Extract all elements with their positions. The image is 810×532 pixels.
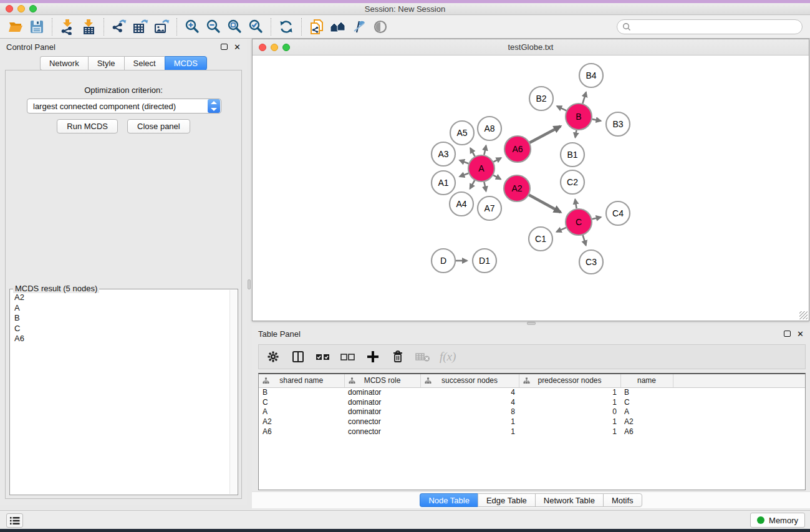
close-panel-icon[interactable]: ✕ <box>234 43 241 51</box>
column-header-successor-nodes[interactable]: successor nodes <box>420 374 519 387</box>
search-input[interactable] <box>634 22 797 31</box>
float-table-panel-icon[interactable] <box>784 331 791 337</box>
optimization-criterion-select[interactable]: largest connected component (directed) <box>27 99 221 114</box>
refresh-icon[interactable] <box>276 17 297 36</box>
column-header-predecessor-nodes[interactable]: predecessor nodes <box>519 374 620 387</box>
graph-node-A6[interactable]: A6 <box>504 136 531 162</box>
export-image-icon[interactable] <box>151 17 172 36</box>
graph-node-A7[interactable]: A7 <box>478 196 501 220</box>
zoom-selected-icon[interactable] <box>245 17 266 36</box>
tab-network[interactable]: Network <box>40 56 88 70</box>
graph-edge[interactable] <box>470 180 475 188</box>
select-all-icon[interactable] <box>314 347 332 366</box>
duplicate-network-icon[interactable] <box>306 17 327 36</box>
close-panel-button[interactable]: Close panel <box>127 119 190 133</box>
graph-edge[interactable] <box>484 145 486 155</box>
graph-node-A5[interactable]: A5 <box>450 121 474 145</box>
tab-network-table[interactable]: Network Table <box>535 493 603 507</box>
graph-node-A3[interactable]: A3 <box>432 142 455 166</box>
graph-node-D[interactable]: D <box>432 249 455 273</box>
graph-node-A8[interactable]: A8 <box>478 117 501 140</box>
graph-node-A[interactable]: A <box>468 155 494 181</box>
graph-edge[interactable] <box>460 160 468 163</box>
result-item[interactable]: A <box>10 303 229 314</box>
graph-node-A1[interactable]: A1 <box>432 171 455 195</box>
graph-node-C3[interactable]: C3 <box>579 250 603 274</box>
float-panel-icon[interactable] <box>221 44 228 50</box>
window-resize-grip[interactable] <box>799 311 808 319</box>
graph-edge[interactable] <box>470 148 475 157</box>
add-column-icon[interactable] <box>364 347 382 366</box>
graph-edge[interactable] <box>582 92 586 104</box>
graph-node-B3[interactable]: B3 <box>606 112 630 136</box>
graph-edge[interactable] <box>460 173 468 177</box>
import-network-icon[interactable] <box>57 17 78 36</box>
graph-edge[interactable] <box>592 119 601 121</box>
graph-node-B[interactable]: B <box>566 104 592 130</box>
delete-table-icon[interactable] <box>413 347 432 366</box>
graph-node-C4[interactable]: C4 <box>606 201 630 225</box>
zoom-in-icon[interactable] <box>181 17 203 36</box>
import-table-icon[interactable] <box>78 17 99 36</box>
show-columns-icon[interactable] <box>289 347 307 366</box>
save-session-icon[interactable] <box>26 17 47 36</box>
graph-node-C2[interactable]: C2 <box>561 170 584 194</box>
result-item[interactable]: B <box>10 313 229 324</box>
result-item[interactable]: C <box>10 324 229 334</box>
tab-mcds[interactable]: MCDS <box>165 56 207 70</box>
result-item[interactable]: A2 <box>10 293 229 303</box>
graph-edge[interactable] <box>592 217 600 219</box>
export-network-icon[interactable] <box>108 17 130 36</box>
graph-edge[interactable] <box>529 195 561 213</box>
graph-node-A4[interactable]: A4 <box>450 192 473 216</box>
graph-edge[interactable] <box>576 130 577 138</box>
zoom-out-icon[interactable] <box>203 17 224 36</box>
task-history-button[interactable] <box>6 513 23 528</box>
graph-node-B2[interactable]: B2 <box>529 87 553 110</box>
graph-edge[interactable] <box>557 228 566 232</box>
memory-button[interactable]: Memory <box>750 513 805 528</box>
result-item[interactable]: A6 <box>10 334 229 344</box>
column-header-mcds-role[interactable]: MCDS role <box>344 374 420 387</box>
horizontal-splitter-handle[interactable] <box>527 322 536 325</box>
tab-edge-table[interactable]: Edge Table <box>478 493 535 507</box>
graph-edge[interactable] <box>484 182 486 191</box>
search-field[interactable] <box>617 19 803 34</box>
function-builder-icon[interactable]: f(x) <box>440 350 456 364</box>
result-scrollbar[interactable] <box>229 290 237 494</box>
table-settings-icon[interactable] <box>264 347 282 366</box>
column-header-shared-name[interactable]: shared name <box>259 374 344 387</box>
graph-node-A2[interactable]: A2 <box>504 175 530 201</box>
graph-node-D1[interactable]: D1 <box>473 249 496 273</box>
graph-node-B1[interactable]: B1 <box>561 143 584 167</box>
column-header-name[interactable]: name <box>620 374 673 387</box>
graph-node-C1[interactable]: C1 <box>529 227 552 251</box>
table-row[interactable]: A2connector11A2 <box>259 417 806 427</box>
zoom-fit-icon[interactable] <box>224 17 245 36</box>
tab-select[interactable]: Select <box>124 56 165 70</box>
graph-edge[interactable] <box>557 106 566 110</box>
network-canvas-svg[interactable]: B4B2BB3A5A8A6B1A3AC2A1A2A4A7C4CC1DD1C3 <box>253 56 809 321</box>
table-row[interactable]: A6connector11A6 <box>259 427 806 437</box>
open-session-icon[interactable] <box>5 17 26 36</box>
table-row[interactable]: Bdominator41B <box>259 387 806 397</box>
export-table-icon[interactable] <box>130 17 151 36</box>
close-table-panel-icon[interactable]: ✕ <box>797 330 804 338</box>
graph-node-C[interactable]: C <box>566 209 592 235</box>
tab-style[interactable]: Style <box>88 56 124 70</box>
graph-edge[interactable] <box>583 235 586 245</box>
table-row[interactable]: Cdominator41C <box>259 397 806 407</box>
eye-icon[interactable] <box>370 17 391 36</box>
delete-column-icon[interactable] <box>388 347 407 366</box>
graph-edge[interactable] <box>493 158 501 162</box>
graph-edge[interactable] <box>575 200 576 209</box>
tab-motifs[interactable]: Motifs <box>603 493 642 507</box>
first-neighbors-icon[interactable] <box>327 17 349 36</box>
table-row[interactable]: Adominator80A <box>259 407 806 417</box>
graph-node-B4[interactable]: B4 <box>579 64 603 87</box>
annotation-icon[interactable] <box>349 17 370 36</box>
tab-node-table[interactable]: Node Table <box>420 493 478 507</box>
run-mcds-button[interactable]: Run MCDS <box>57 119 118 133</box>
deselect-all-icon[interactable] <box>339 347 357 366</box>
graph-edge[interactable] <box>529 126 560 142</box>
